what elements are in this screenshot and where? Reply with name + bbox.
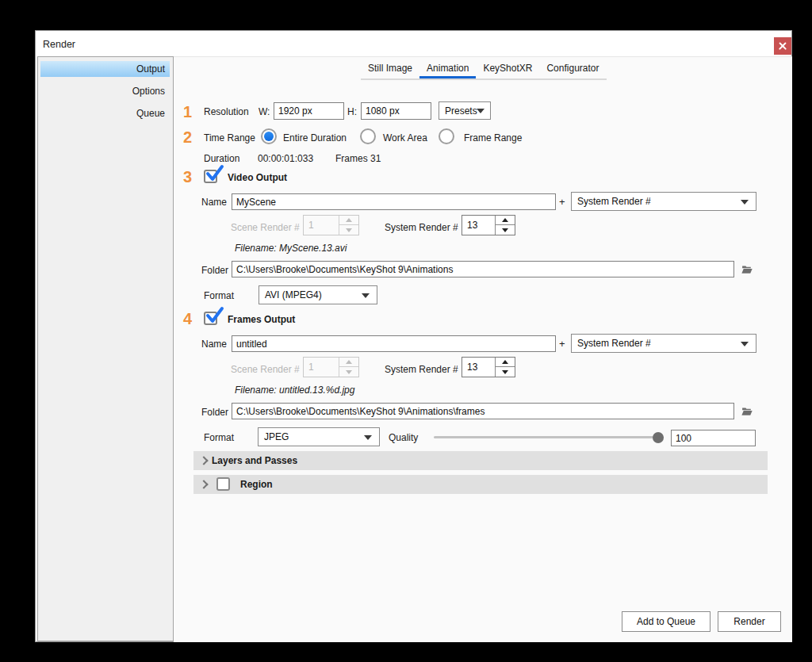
chevron-down-icon [362, 293, 370, 298]
close-icon [779, 42, 787, 50]
chevron-down-icon [741, 342, 749, 346]
video-system-render-label: System Render # [385, 222, 458, 233]
frames-name-input[interactable]: untitled [232, 335, 556, 352]
spinner-up-icon[interactable] [496, 216, 515, 225]
triangle-up-icon [502, 360, 508, 364]
frames-system-render-spinner[interactable]: 13 [462, 357, 515, 377]
frames-name-label: Name [201, 339, 227, 350]
step-number-3: 3 [183, 169, 192, 185]
entire-duration-label: Entire Duration [283, 132, 347, 143]
tab-still-image[interactable]: Still Image [361, 62, 419, 78]
presets-dropdown[interactable]: Presets [439, 101, 491, 120]
window-title: Render [43, 39, 75, 50]
region-label: Region [240, 479, 273, 490]
video-system-render-spinner[interactable]: 13 [462, 215, 515, 235]
chevron-down-icon [364, 435, 372, 440]
frames-value: 31 [370, 153, 381, 164]
frames-format-label: Format [204, 432, 234, 443]
video-name-label: Name [201, 197, 227, 208]
radio-work-area[interactable] [360, 128, 376, 144]
video-suffix-dropdown[interactable]: System Render # [571, 192, 756, 211]
spinner-down-icon[interactable] [496, 225, 515, 235]
step-number-2: 2 [183, 129, 192, 145]
frames-scene-render-value: 1 [308, 358, 314, 377]
presets-dropdown-label: Presets [445, 105, 477, 117]
triangle-down-icon [346, 370, 352, 374]
time-range-label: Time Range [204, 132, 255, 143]
close-button[interactable] [774, 37, 791, 55]
spinner-up-icon[interactable] [496, 358, 515, 367]
frames-format-dropdown[interactable]: JPEG [258, 427, 380, 446]
spinner-up-icon [339, 358, 358, 367]
duration-value: 00:00:01:033 [258, 153, 313, 164]
triangle-down-icon [502, 228, 508, 232]
spinner-up-icon [339, 216, 358, 225]
tab-configurator[interactable]: Configurator [539, 62, 606, 78]
video-format-dropdown[interactable]: AVI (MPEG4) [259, 285, 377, 304]
frames-system-render-value: 13 [467, 358, 477, 377]
frame-range-label: Frame Range [464, 132, 522, 143]
spinner-down-icon [339, 367, 358, 377]
radio-entire-duration[interactable] [261, 128, 277, 144]
triangle-down-icon [502, 370, 508, 374]
add-to-queue-button[interactable]: Add to Queue [622, 611, 710, 632]
frames-output-title: Frames Output [228, 314, 295, 325]
triangle-up-icon [502, 218, 508, 222]
frames-folder-input[interactable]: C:\Users\Brooke\Documents\KeyShot 9\Anim… [232, 403, 734, 419]
video-plus-sign: + [559, 196, 565, 208]
height-input[interactable]: 1080 px [361, 102, 431, 120]
frames-label: Frames [335, 153, 368, 164]
triangle-up-icon [346, 360, 352, 364]
video-scene-render-label: Scene Render # [231, 222, 300, 233]
frames-scene-render-spinner: 1 [303, 357, 359, 377]
frames-suffix-dropdown[interactable]: System Render # [571, 334, 756, 353]
frames-suffix-label: System Render # [577, 338, 651, 349]
video-format-value: AVI (MPEG4) [265, 289, 322, 300]
tab-animation[interactable]: Animation [419, 62, 476, 78]
frames-filename-text: Filename: untitled.13.%d.jpg [235, 385, 354, 396]
spinner-down-icon[interactable] [496, 367, 515, 377]
render-button[interactable]: Render [718, 611, 781, 632]
frames-plus-sign: + [559, 338, 565, 350]
video-scene-render-value: 1 [308, 216, 314, 235]
render-dialog: Render Output Options Queue Still Image … [35, 30, 792, 642]
radio-dot [264, 132, 274, 141]
video-filename-text: Filename: MyScene.13.avi [235, 243, 347, 254]
chevron-right-icon [199, 480, 208, 488]
chevron-down-icon [477, 109, 485, 113]
spinner-buttons [495, 216, 515, 235]
video-folder-input[interactable]: C:\Users\Brooke\Documents\KeyShot 9\Anim… [232, 261, 734, 277]
triangle-down-icon [346, 228, 352, 232]
layers-and-passes-section[interactable]: Layers and Passes [193, 451, 768, 470]
frames-system-render-label: System Render # [385, 364, 458, 375]
video-system-render-value: 13 [467, 216, 477, 235]
resolution-label: Resolution [204, 106, 249, 117]
width-input[interactable]: 1920 px [274, 102, 344, 120]
spinner-down-icon [339, 225, 358, 235]
tab-keyshotxr[interactable]: KeyShotXR [476, 62, 539, 78]
sidebar-item-queue[interactable]: Queue [40, 105, 170, 121]
video-scene-render-spinner: 1 [303, 215, 359, 235]
folder-browse-icon[interactable] [741, 407, 753, 416]
folder-browse-icon[interactable] [741, 265, 753, 274]
spinner-buttons [339, 216, 358, 235]
sidebar-item-output[interactable]: Output [40, 61, 170, 77]
frames-output-checkbox[interactable] [204, 312, 217, 325]
video-folder-label: Folder [201, 265, 228, 276]
region-section[interactable]: Region [193, 475, 768, 494]
radio-frame-range[interactable] [439, 128, 454, 144]
step-number-1: 1 [183, 104, 192, 120]
sidebar-item-options[interactable]: Options [40, 83, 170, 99]
quality-slider-track[interactable] [434, 436, 664, 438]
quality-input[interactable]: 100 [671, 430, 756, 446]
frames-folder-label: Folder [201, 407, 228, 418]
video-format-label: Format [204, 290, 234, 301]
width-label: W: [259, 106, 270, 117]
frames-scene-render-label: Scene Render # [231, 364, 300, 375]
duration-label: Duration [204, 153, 239, 164]
quality-slider-handle[interactable] [653, 432, 664, 443]
video-output-checkbox[interactable] [204, 170, 217, 183]
region-checkbox[interactable] [216, 477, 230, 491]
video-name-input[interactable]: MyScene [232, 193, 556, 210]
work-area-label: Work Area [383, 132, 427, 143]
